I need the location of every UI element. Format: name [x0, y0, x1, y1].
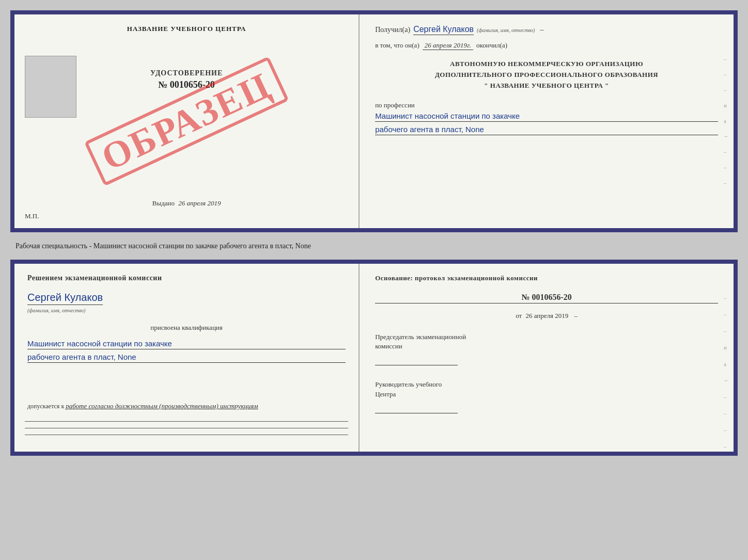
- okonchil-label: окончил(а): [476, 41, 507, 50]
- top-profession-block: по профессии Машинист насосной станции п…: [375, 101, 718, 138]
- osnov-title: Основание: протокол экзаменационной коми…: [375, 274, 718, 282]
- dopusk-text: работе согласно должностным (производств…: [66, 402, 258, 410]
- komissia-title: Решением экзаменационной комиссии: [27, 274, 346, 282]
- bottom-name-block: Сергей Кулаков (фамилия, имя, отчество): [27, 292, 346, 314]
- middle-text-content: Рабочая специальность - Машинист насосно…: [15, 242, 311, 250]
- dopuskaetsya-label: допускается к: [27, 403, 64, 410]
- org-block: АВТОНОМНУЮ НЕКОММЕРЧЕСКУЮ ОРГАНИЗАЦИЮ ДО…: [375, 59, 718, 91]
- org-line3: " НАЗВАНИЕ УЧЕБНОГО ЦЕНТРА ": [375, 81, 718, 91]
- doc-right: Получил(а) Сергей Кулаков (фамилия, имя,…: [360, 14, 734, 228]
- fio-hint-top: (фамилия, имя, отчество): [477, 27, 535, 33]
- ot-date-bottom: от 26 апреля 2019 –: [375, 312, 718, 320]
- prisvoena: присвоена квалификация: [27, 324, 346, 332]
- document-top: НАЗВАНИЕ УЧЕБНОГО ЦЕНТРА УДОСТОВЕРЕНИЕ №…: [10, 10, 738, 232]
- bottom-kvali-line1: Машинист насосной станции по закачке: [27, 339, 346, 349]
- bottom-date: 26 апреля 2019: [525, 312, 568, 319]
- org-line1: АВТОНОМНУЮ НЕКОММЕРЧЕСКУЮ ОРГАНИЗАЦИЮ: [375, 59, 718, 70]
- rukovoditel-block: Руководитель учебного Центра: [375, 380, 718, 413]
- udostoverenie-number: № 0010656-20: [150, 79, 223, 90]
- vtom-row: в том, что он(а) 26 апреля 2019г. окончи…: [375, 41, 718, 50]
- top-center-title: НАЗВАНИЕ УЧЕБНОГО ЦЕНТРА: [127, 25, 246, 33]
- mp-line: М.П.: [25, 212, 39, 220]
- line-sep-3: [25, 435, 348, 435]
- vydano-line: Выдано 26 апреля 2019: [152, 199, 221, 207]
- ot-label: от: [516, 312, 522, 319]
- po-professii-top: по профессии: [375, 101, 718, 109]
- top-profession-line2: рабочего агента в пласт, None: [375, 125, 718, 135]
- bottom-left: Решением экзаменационной комиссии Сергей…: [14, 264, 360, 452]
- line-sep-1: [25, 421, 348, 422]
- top-date: 26 апреля 2019г.: [423, 41, 473, 50]
- org-line2: ДОПОЛНИТЕЛЬНОГО ПРОФЕССИОНАЛЬНОГО ОБРАЗО…: [375, 70, 718, 81]
- udostoverenie-block: УДОСТОВЕРЕНИЕ № 0010656-20: [150, 69, 223, 90]
- vydano-label: Выдано: [152, 199, 175, 207]
- predsedatel-block: Председатель экзаменационной комиссии: [375, 332, 718, 365]
- bottom-recipient-name: Сергей Кулаков: [27, 292, 103, 305]
- bottom-right: Основание: протокол экзаменационной коми…: [360, 264, 734, 452]
- bottom-kvali-line2: рабочего агента в пласт, None: [27, 353, 346, 363]
- bottom-kvali-block: Машинист насосной станции по закачке раб…: [27, 339, 346, 366]
- poluchil-row: Получил(а) Сергей Кулаков (фамилия, имя,…: [375, 25, 718, 35]
- photo-placeholder: [25, 56, 76, 118]
- document-bottom: Решением экзаменационной комиссии Сергей…: [10, 260, 738, 456]
- protocol-number: № 0010656-20: [375, 293, 718, 303]
- page-wrapper: НАЗВАНИЕ УЧЕБНОГО ЦЕНТРА УДОСТОВЕРЕНИЕ №…: [10, 10, 738, 456]
- poluchil-label: Получил(а): [375, 26, 410, 34]
- line-sep-2: [25, 428, 348, 428]
- predsedatel-title: Председатель экзаменационной комиссии: [375, 332, 718, 351]
- middle-text: Рабочая специальность - Машинист насосно…: [10, 237, 738, 254]
- udostoverenie-title: УДОСТОВЕРЕНИЕ: [150, 69, 223, 77]
- vtom-label: в том, что он(а): [375, 41, 419, 50]
- predsedatel-signature-line: [375, 355, 458, 365]
- recipient-name: Сергей Кулаков: [413, 25, 474, 35]
- top-profession-line1: Машинист насосной станции по закачке: [375, 111, 718, 122]
- vydano-date: 26 апреля 2019: [178, 199, 221, 207]
- right-side-lines-top: – – – и а ← – – –: [724, 56, 729, 186]
- dash-top: –: [540, 26, 543, 34]
- bottom-right-side-lines: – – – и а ← – – – –: [724, 295, 729, 450]
- bottom-fio-hint: (фамилия, имя, отчество): [27, 308, 85, 313]
- rukovoditel-signature-line: [375, 403, 458, 413]
- rukovoditel-title: Руководитель учебного Центра: [375, 380, 718, 398]
- doc-left: НАЗВАНИЕ УЧЕБНОГО ЦЕНТРА УДОСТОВЕРЕНИЕ №…: [14, 14, 360, 228]
- bottom-left-lines: [25, 421, 348, 441]
